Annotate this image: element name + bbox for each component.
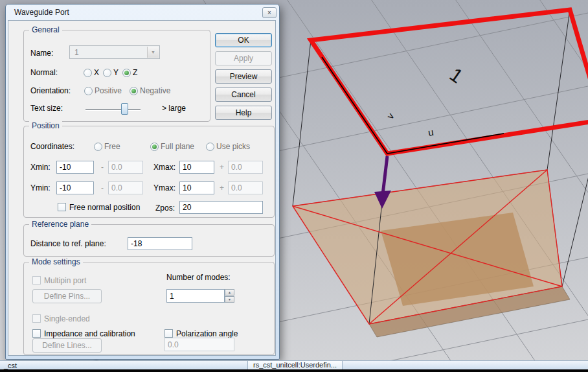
- mode-settings-group-label: Mode settings: [29, 257, 83, 266]
- polarization-angle-checkbox[interactable]: [164, 329, 173, 338]
- position-group-label: Position: [29, 121, 62, 130]
- name-label: Name:: [30, 49, 53, 58]
- polarization-angle-input: [164, 338, 234, 351]
- waveguide-port-dialog: Waveguide Port × General Name: 1 ▼ Norma…: [5, 4, 280, 360]
- spin-down-icon[interactable]: ▼: [225, 296, 234, 303]
- window-caption-fragment: _cst: [4, 362, 17, 369]
- coord-use-picks-label: Use picks: [216, 142, 250, 151]
- coord-full-plane-radio[interactable]: [150, 143, 159, 151]
- ymin-input[interactable]: [56, 181, 94, 194]
- impedance-calibration-checkbox[interactable]: [32, 329, 41, 338]
- coordinates-label: Coordinates:: [30, 142, 74, 151]
- normal-x-label: X: [94, 68, 99, 77]
- ymax-offset-input: [228, 181, 263, 194]
- polarization-angle-label: Polarization angle: [176, 329, 238, 338]
- close-button[interactable]: ×: [262, 7, 277, 18]
- distance-ref-plane-input[interactable]: [128, 237, 192, 250]
- reference-plane-group: Reference plane Distance to ref. plane:: [23, 224, 275, 257]
- background-window-strip: _cst rs_cst_unitcell:Userdefin...: [0, 360, 588, 369]
- normal-label: Normal:: [30, 68, 58, 77]
- general-group-label: General: [29, 25, 62, 34]
- single-ended-checkbox: [32, 314, 41, 323]
- free-normal-position-checkbox[interactable]: [58, 203, 66, 211]
- ymin-offset-input: [108, 181, 143, 194]
- normal-z-label: Z: [133, 68, 137, 77]
- ymin-label: Ymin:: [30, 183, 51, 192]
- single-ended-label: Single-ended: [44, 314, 90, 323]
- position-group: Position Coordinates: Free Full plane Us…: [23, 126, 275, 218]
- chevron-down-icon: ▼: [147, 47, 159, 58]
- apply-button: Apply: [215, 51, 272, 65]
- coord-free-label: Free: [104, 142, 120, 151]
- text-size-label: Text size:: [30, 104, 63, 113]
- cancel-button[interactable]: Cancel: [215, 87, 272, 102]
- general-group: General Name: 1 ▼ Normal: X Y Z Orientat…: [23, 30, 210, 122]
- xmin-minus-sign: -: [101, 163, 104, 172]
- coord-use-picks-radio[interactable]: [206, 143, 214, 151]
- text-size-hint: > large: [162, 104, 186, 113]
- dialog-title: Waveguide Port: [14, 8, 69, 17]
- text-size-slider-track[interactable]: [85, 109, 141, 111]
- coord-full-plane-label: Full plane: [161, 142, 194, 151]
- dialog-titlebar[interactable]: Waveguide Port ×: [6, 5, 279, 20]
- name-dropdown: 1 ▼: [69, 45, 160, 59]
- define-lines-button: Define Lines...: [32, 338, 102, 353]
- define-pins-button: Define Pins...: [32, 289, 102, 303]
- xmin-input[interactable]: [56, 161, 94, 174]
- ymax-label: Ymax:: [153, 183, 175, 192]
- preview-button[interactable]: Preview: [215, 69, 272, 84]
- xmin-label: Xmin:: [30, 163, 51, 172]
- orientation-negative-label: Negative: [140, 86, 170, 95]
- text-size-slider-thumb[interactable]: [121, 103, 128, 115]
- multipin-port-label: Multipin port: [44, 276, 86, 285]
- orientation-positive-label: Positive: [95, 86, 122, 95]
- bottom-black-bar: [0, 369, 588, 372]
- ymax-input[interactable]: [179, 181, 214, 194]
- name-value: 1: [74, 48, 79, 57]
- ymin-minus-sign: -: [101, 183, 104, 192]
- close-icon: ×: [267, 9, 271, 16]
- xmax-offset-input: [228, 161, 263, 174]
- reference-plane-group-label: Reference plane: [29, 220, 91, 229]
- help-button[interactable]: Help: [215, 106, 272, 120]
- orientation-label: Orientation:: [30, 86, 71, 95]
- normal-y-label: Y: [113, 68, 119, 77]
- ymax-plus-sign: +: [220, 183, 224, 192]
- zpos-label: Zpos:: [155, 203, 175, 213]
- impedance-calibration-label: Impedance and calibration: [44, 329, 135, 338]
- orientation-negative-radio[interactable]: [130, 87, 138, 95]
- xmax-input[interactable]: [179, 161, 214, 174]
- coord-free-radio[interactable]: [94, 143, 102, 151]
- xmax-plus-sign: +: [220, 163, 224, 172]
- normal-z-radio[interactable]: [122, 69, 131, 77]
- distance-ref-plane-label: Distance to ref. plane:: [30, 239, 106, 248]
- number-of-modes-stepper[interactable]: ▲ ▼: [225, 289, 234, 303]
- number-of-modes-input[interactable]: [166, 289, 225, 303]
- xmax-label: Xmax:: [153, 163, 175, 172]
- number-of-modes-label: Number of modes:: [166, 273, 231, 282]
- xmin-offset-input: [108, 161, 143, 174]
- normal-x-radio[interactable]: [84, 69, 92, 77]
- spin-up-icon[interactable]: ▲: [225, 289, 234, 296]
- mode-settings-group: Mode settings Multipin port Number of mo…: [23, 262, 275, 355]
- normal-y-radio[interactable]: [103, 69, 111, 77]
- free-normal-position-label: Free normal position: [69, 203, 140, 212]
- taskbar-item-caption[interactable]: rs_cst_unitcell:Userdefin...: [247, 361, 343, 369]
- orientation-positive-radio[interactable]: [84, 87, 93, 95]
- zpos-input[interactable]: [179, 201, 263, 214]
- multipin-port-checkbox: [32, 276, 41, 285]
- ok-button[interactable]: OK: [215, 33, 272, 47]
